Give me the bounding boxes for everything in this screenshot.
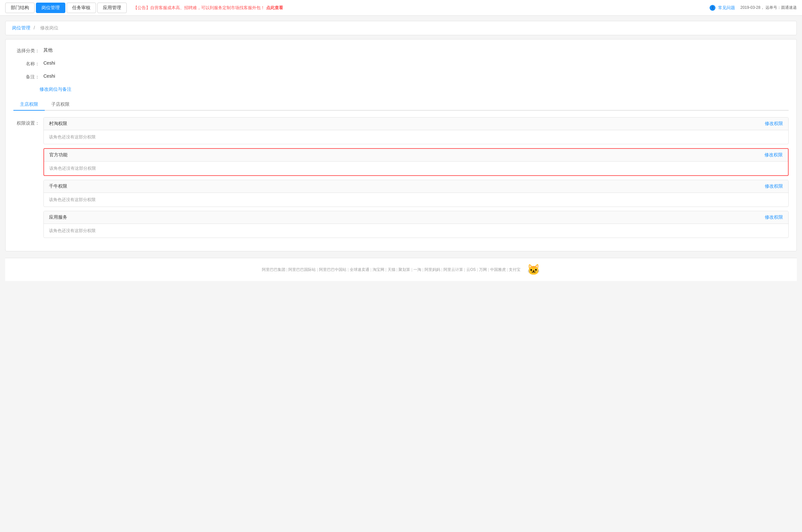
footer-link-alimama[interactable]: 阿里妈妈 (425, 267, 440, 272)
nav-task-review[interactable]: 任务审核 (67, 3, 96, 13)
form-category-row: 选择分类： 其他 (13, 47, 789, 54)
content-card: 选择分类： 其他 名称： Ceshi 备注： Ceshi 修改岗位与备注 主店权… (5, 39, 797, 251)
nav-dept-structure[interactable]: 部门结构 (5, 3, 35, 13)
announcement-banner: 【公告】自营客服成本高、招聘难，可以到服务定制市场找客服外包！ 点此查看 (133, 5, 708, 11)
footer-link-tmall[interactable]: 天猫 (388, 267, 395, 272)
perm-block-appservice-body: 该角色还没有这部分权限 (44, 224, 788, 238)
announcement-link[interactable]: 点此查看 (266, 5, 283, 10)
date-info: 2019-03-28， 远单号：圆通速递 (740, 5, 797, 11)
main-wrapper: 岗位管理 / 修改岗位 选择分类： 其他 名称： Ceshi 备注： Ceshi… (0, 16, 802, 286)
perm-block-cuntao-header: 村淘权限 修改权限 (44, 117, 788, 130)
edit-position-link[interactable]: 修改岗位与备注 (39, 87, 72, 92)
user-icon: 👤 (710, 5, 715, 11)
footer-link-etao[interactable]: 一淘 (413, 267, 421, 272)
perm-block-qianniu-header: 千牛权限 修改权限 (44, 180, 788, 193)
footer-link-aliyun[interactable]: 阿里云计算 (444, 267, 463, 272)
note-label: 备注： (13, 73, 39, 80)
footer-link-alibaba-group[interactable]: 阿里巴巴集团 (262, 267, 285, 272)
permissions-row: 权限设置： 村淘权限 修改权限 该角色还没有这部分权限 官方功能 (13, 117, 789, 242)
name-label: 名称： (13, 60, 39, 67)
category-value: 其他 (43, 47, 53, 53)
perm-block-official-header: 官方功能 修改权限 (44, 149, 788, 162)
top-nav-bar: 部门结构 岗位管理 任务审核 应用管理 【公告】自营客服成本高、招聘难，可以到服… (0, 0, 802, 16)
tabs-bar: 主店权限 子店权限 (13, 99, 789, 111)
footer-link-wanwang[interactable]: 万网 (479, 267, 487, 272)
footer-link-alibaba-intl[interactable]: 阿里巴巴国际站 (288, 267, 316, 272)
name-value: Ceshi (43, 60, 55, 65)
footer-mascot: 🐱 (527, 263, 540, 276)
nav-buttons: 部门结构 岗位管理 任务审核 应用管理 (5, 3, 127, 13)
tab-main-store-permission[interactable]: 主店权限 (13, 99, 45, 111)
breadcrumb-separator: / (34, 25, 35, 30)
form-edit-row: 修改岗位与备注 (13, 87, 789, 92)
footer-link-yahoo-cn[interactable]: 中国雅虎 (490, 267, 506, 272)
nav-app-management[interactable]: 应用管理 (97, 3, 127, 13)
footer-links: 阿里巴巴集团 | 阿里巴巴国际站 | 阿里巴巴中国站 | 全球速卖通 | 淘宝网… (262, 267, 521, 272)
breadcrumb-parent[interactable]: 岗位管理 (12, 25, 30, 30)
perm-block-appservice: 应用服务 修改权限 该角色还没有这部分权限 (43, 211, 789, 238)
nav-position-management[interactable]: 岗位管理 (36, 3, 65, 13)
modify-perm-cuntao[interactable]: 修改权限 (765, 121, 783, 127)
footer-link-taobao[interactable]: 淘宝网 (373, 267, 384, 272)
perm-block-qianniu-body: 该角色还没有这部分权限 (44, 193, 788, 207)
perm-block-cuntao-title: 村淘权限 (49, 121, 67, 127)
perm-block-appservice-title: 应用服务 (49, 214, 67, 220)
footer: 阿里巴巴集团 | 阿里巴巴国际站 | 阿里巴巴中国站 | 全球速卖通 | 淘宝网… (5, 258, 797, 281)
help-link[interactable]: 常见问题 (718, 5, 735, 11)
permissions-label: 权限设置： (13, 117, 39, 126)
breadcrumb: 岗位管理 / 修改岗位 (5, 21, 797, 35)
footer-link-alipay[interactable]: 支付宝 (509, 267, 521, 272)
form-name-row: 名称： Ceshi (13, 60, 789, 67)
breadcrumb-current: 修改岗位 (40, 25, 58, 30)
top-right-area: 👤 常见问题 2019-03-28， 远单号：圆通速递 (710, 5, 797, 11)
perm-block-official-body: 该角色还没有这部分权限 (44, 162, 788, 175)
perm-block-official: 官方功能 修改权限 该角色还没有这部分权限 (43, 148, 789, 176)
perm-block-appservice-header: 应用服务 修改权限 (44, 211, 788, 224)
perm-block-official-title: 官方功能 (49, 152, 68, 158)
modify-perm-appservice[interactable]: 修改权限 (765, 214, 783, 220)
footer-link-alibaba-cn[interactable]: 阿里巴巴中国站 (319, 267, 347, 272)
footer-link-aliexpress[interactable]: 全球速卖通 (350, 267, 369, 272)
footer-link-yunos[interactable]: 云OS (466, 267, 476, 272)
perm-block-cuntao-body: 该角色还没有这部分权限 (44, 130, 788, 144)
permissions-content: 村淘权限 修改权限 该角色还没有这部分权限 官方功能 修改权限 该角色还没有这部… (43, 117, 789, 242)
form-note-row: 备注： Ceshi (13, 73, 789, 80)
modify-perm-qianniu[interactable]: 修改权限 (765, 184, 783, 189)
modify-perm-official[interactable]: 修改权限 (764, 152, 783, 158)
note-value: Ceshi (43, 73, 55, 79)
category-label: 选择分类： (13, 47, 39, 54)
tab-sub-store-permission[interactable]: 子店权限 (45, 99, 76, 111)
perm-block-qiannniu: 千牛权限 修改权限 该角色还没有这部分权限 (43, 180, 789, 207)
perm-block-cuntao: 村淘权限 修改权限 该角色还没有这部分权限 (43, 117, 789, 144)
perm-block-qianniu-title: 千牛权限 (49, 184, 67, 189)
footer-link-juhuasuan[interactable]: 聚划算 (398, 267, 410, 272)
